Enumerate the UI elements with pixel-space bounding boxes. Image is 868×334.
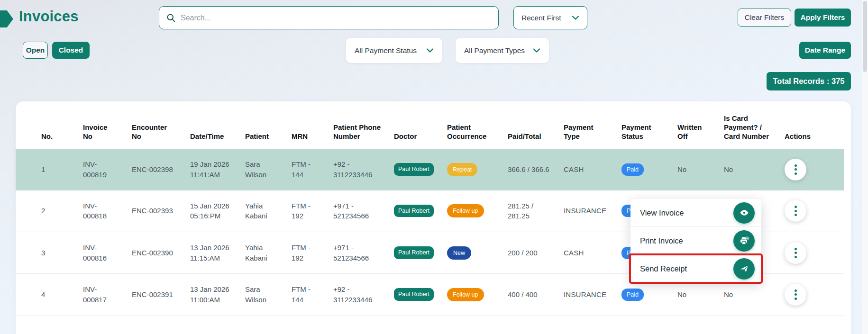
printer-icon — [733, 230, 755, 252]
menu-item-label: View Invoice — [640, 208, 684, 217]
cell-invoice-no: INV-000819 — [76, 149, 125, 190]
cell-phone: +971 - 521234566 — [327, 232, 387, 274]
cell-date-time: 13 Jan 2026 11:15:AM — [183, 232, 238, 274]
cell-paid-total: 200 / 200 — [501, 232, 557, 274]
cell-phone: +971 - 521234566 — [327, 190, 387, 232]
cell-payment-type: CASH — [557, 149, 615, 190]
occurrence-badge: Follow up — [447, 204, 484, 217]
cell-payment-type: CASH — [557, 232, 615, 274]
col-header-actions: Actions — [778, 103, 844, 149]
cell-invoice-no: INV-000818 — [76, 190, 125, 232]
occurrence-badge: New — [447, 246, 471, 260]
cell-mrn: FTM - 192 — [285, 190, 327, 232]
vertical-ellipsis-icon — [795, 289, 797, 292]
total-records-badge: Total Records : 375 — [767, 72, 851, 90]
page-scrollbar-thumb[interactable] — [863, 1, 867, 72]
cell-date-time: 19 Jan 2026 11:41:AM — [183, 149, 238, 190]
cell-no: 1 — [16, 149, 76, 190]
cell-paid-total: 400 / 400 — [501, 274, 557, 316]
col-header-is-card: Is Card Payment? / Card Number — [717, 103, 778, 149]
cell-mrn: FTM - 192 — [285, 232, 327, 274]
page-title: Invoices — [19, 8, 79, 25]
menu-item-send-receipt[interactable]: Send Receipt — [630, 255, 761, 282]
sort-order-select[interactable]: Recent First — [513, 6, 587, 29]
cell-encounter-no: ENC-002398 — [125, 149, 183, 190]
table-header-row: No. Invoice No Encounter No Date/Time Pa… — [16, 103, 844, 149]
chevron-down-icon — [533, 48, 540, 53]
col-header-encounter-no: Encounter No — [125, 103, 183, 149]
col-header-phone: Patient Phone Number — [327, 103, 387, 149]
menu-item-label: Print Invoice — [640, 236, 683, 245]
col-header-payment-status: Payment Status — [615, 103, 671, 149]
search-input[interactable] — [181, 14, 492, 22]
search-icon — [166, 13, 176, 23]
cell-encounter-no: ENC-002390 — [125, 232, 183, 274]
cell-paid-total: 366.6 / 366.6 — [501, 149, 557, 190]
col-header-doctor: Doctor — [387, 103, 440, 149]
closed-tab-button[interactable]: Closed — [52, 42, 90, 59]
eye-icon — [733, 202, 755, 224]
search-box[interactable] — [159, 6, 499, 29]
row-actions-button[interactable] — [785, 159, 806, 181]
cell-patient: Sara Wilson — [238, 274, 285, 316]
vertical-ellipsis-icon — [795, 206, 797, 208]
cell-payment-type: INSURANCE — [557, 190, 615, 232]
paper-plane-icon — [733, 258, 755, 280]
chevron-down-icon — [426, 48, 434, 53]
open-tab-button[interactable]: Open — [23, 42, 48, 59]
col-header-written-off: Written Off — [671, 103, 717, 149]
doctor-badge: Paul Robert — [394, 246, 434, 259]
payment-types-filter-value: All Payment Types — [464, 46, 525, 55]
menu-item-label: Send Receipt — [640, 264, 687, 273]
cell-phone: +92 - 3112233446 — [327, 274, 387, 316]
chevron-down-icon — [572, 16, 579, 20]
vertical-ellipsis-icon — [795, 248, 797, 250]
payment-status-badge: Paid — [621, 163, 644, 176]
clear-filters-button[interactable]: Clear Filters — [738, 9, 791, 27]
cell-mrn: FTM - 144 — [285, 274, 327, 316]
doctor-badge: Paul Robert — [394, 205, 434, 217]
occurrence-badge: Repeat — [447, 163, 477, 176]
doctor-badge: Paul Robert — [394, 163, 434, 175]
cell-patient: Yahia Kabani — [238, 232, 285, 274]
cell-patient: Yahia Kabani — [238, 190, 285, 232]
col-header-date-time: Date/Time — [183, 103, 238, 149]
row-actions-menu: View Invoice Print Invoice Send Receipt — [630, 199, 761, 282]
cell-no: 4 — [16, 274, 76, 316]
col-header-invoice-no: Invoice No — [76, 103, 125, 149]
payment-types-filter-select[interactable]: All Payment Types — [456, 38, 549, 63]
cell-written-off: No — [671, 149, 717, 190]
cell-encounter-no: ENC-002393 — [125, 190, 183, 232]
col-header-mrn: MRN — [285, 103, 327, 149]
cell-encounter-no: ENC-002391 — [125, 274, 183, 316]
table-row[interactable]: 1 INV-000819 ENC-002398 19 Jan 2026 11:4… — [16, 149, 844, 190]
menu-item-view-invoice[interactable]: View Invoice — [630, 199, 761, 226]
cell-paid-total: 281.25 / 281.25 — [501, 190, 557, 232]
apply-filters-button[interactable]: Apply Filters — [795, 9, 851, 27]
col-header-payment-type: Payment Type — [557, 103, 615, 149]
row-actions-button[interactable] — [785, 284, 806, 306]
col-header-no: No. — [16, 103, 76, 149]
date-range-button[interactable]: Date Range — [799, 42, 851, 59]
col-header-paid-total: Paid/Total — [501, 103, 557, 149]
cell-is-card: No — [717, 149, 778, 190]
row-actions-button[interactable] — [785, 242, 806, 264]
cell-patient: Sara Wilson — [238, 149, 285, 190]
col-header-occurrence: Patient Occurrence — [440, 103, 501, 149]
occurrence-badge: Follow up — [447, 288, 484, 301]
cell-no: 3 — [16, 232, 76, 274]
cell-mrn: FTM - 144 — [285, 149, 327, 190]
payment-status-badge: Paid — [621, 289, 644, 301]
doctor-badge: Paul Robert — [394, 288, 434, 300]
cell-phone: +92 - 3112233446 — [327, 149, 387, 190]
row-actions-button[interactable] — [785, 200, 806, 222]
cell-invoice-no: INV-000817 — [76, 274, 125, 316]
payment-status-filter-select[interactable]: All Payment Status — [346, 38, 442, 63]
cell-no: 2 — [16, 190, 76, 232]
cell-payment-type: INSURANCE — [557, 274, 615, 316]
cell-date-time: 15 Jan 2026 05:16:PM — [183, 190, 238, 232]
sort-order-value: Recent First — [521, 14, 561, 22]
menu-item-print-invoice[interactable]: Print Invoice — [630, 227, 761, 254]
payment-status-filter-value: All Payment Status — [355, 46, 417, 55]
col-header-patient: Patient — [238, 103, 285, 149]
